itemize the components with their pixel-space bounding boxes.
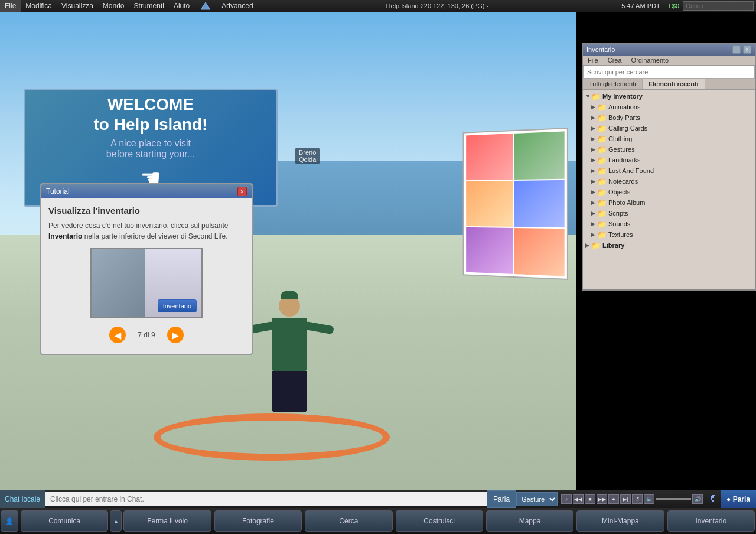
tree-arrow-icon: ▶ bbox=[591, 146, 597, 152]
menu-visualizza[interactable]: Visualizza bbox=[57, 0, 98, 12]
toolbar-costruisci-button[interactable]: Costruisci bbox=[396, 510, 483, 532]
media-record-button[interactable]: ● bbox=[608, 494, 619, 504]
inventory-close-button[interactable]: × bbox=[743, 45, 751, 54]
menu-aiuto[interactable]: Aiuto bbox=[169, 0, 194, 12]
tree-item-library[interactable]: ▶ 📁 Library bbox=[583, 240, 755, 250]
money-display: L$0 bbox=[665, 2, 683, 9]
inventory-menu-crea[interactable]: Crea bbox=[603, 56, 627, 65]
tree-item-sounds[interactable]: ▶ 📁 Sounds bbox=[583, 219, 755, 229]
folder-icon: 📁 bbox=[597, 103, 607, 111]
tutorial-heading: Visualizza l'inventario bbox=[48, 206, 245, 216]
tutorial-body: Visualizza l'inventario Per vedere cosa … bbox=[41, 198, 252, 354]
tree-arrow-icon: ▶ bbox=[591, 168, 597, 174]
media-vol-up[interactable]: 🔊 bbox=[692, 494, 703, 504]
media-loop-button[interactable]: ↺ bbox=[632, 494, 643, 504]
photo-cell bbox=[466, 181, 513, 227]
media-stop-button[interactable]: ■ bbox=[585, 494, 595, 504]
toolbar-ferma-volo-label: Ferma il volo bbox=[147, 517, 188, 525]
voice-icon[interactable]: 🎙 bbox=[706, 494, 721, 504]
nametag: BrenoQoida bbox=[295, 148, 320, 164]
tree-item-clothing[interactable]: ▶ 📁 Clothing bbox=[583, 134, 755, 144]
menu-advanced[interactable]: Advanced bbox=[217, 0, 258, 12]
tree-arrow-icon: ▶ bbox=[585, 242, 591, 248]
folder-icon: 📁 bbox=[597, 124, 607, 132]
inventory-menubar: File Crea Ordinamento bbox=[583, 56, 755, 66]
tree-item-notecards[interactable]: ▶ 📁 Notecards bbox=[583, 176, 755, 187]
inventory-tabs: Tutti gli elementi Elementi recenti bbox=[583, 79, 755, 90]
media-vol-down[interactable]: 🔈 bbox=[644, 494, 654, 504]
parla-main-button[interactable]: ● Parla bbox=[721, 490, 756, 508]
toolbar-avatar-icon[interactable]: 👤 bbox=[1, 510, 18, 532]
tree-expand-icon: ▼ bbox=[585, 93, 591, 99]
toolbar-inventario-button[interactable]: Inventario bbox=[667, 510, 755, 532]
toolbar-comunica-label: Comunica bbox=[48, 517, 80, 525]
tree-item-photo-album[interactable]: ▶ 📁 Photo Album bbox=[583, 197, 755, 208]
parla-dropdown-button[interactable]: Parla bbox=[487, 490, 516, 508]
gesture-select[interactable]: Gesture bbox=[516, 492, 558, 506]
photo-cell bbox=[514, 180, 565, 227]
menu-modifica[interactable]: Modifica bbox=[21, 0, 57, 12]
tree-item-animations[interactable]: ▶ 📁 Animations bbox=[583, 102, 755, 112]
tutorial-prev-button[interactable]: ◀ bbox=[109, 327, 126, 343]
tree-label: Photo Album bbox=[608, 199, 752, 206]
menu-file[interactable]: File bbox=[0, 0, 21, 12]
tutorial-next-button[interactable]: ▶ bbox=[167, 327, 184, 343]
toolbar-comunica-button[interactable]: Comunica bbox=[21, 510, 108, 532]
folder-icon: 📁 bbox=[597, 145, 607, 154]
folder-icon: 📁 bbox=[597, 167, 607, 175]
tutorial-titlebar: Tutorial × bbox=[41, 184, 252, 198]
toolbar-cerca-button[interactable]: Cerca bbox=[305, 510, 392, 532]
toolbar-mini-mappa-button[interactable]: Mini-Mappa bbox=[576, 510, 664, 532]
search-input[interactable] bbox=[683, 1, 754, 11]
inventory-panel: Inventario ─ × File Crea Ordinamento Tut… bbox=[582, 43, 756, 291]
tab-recent-items[interactable]: Elementi recenti bbox=[643, 79, 705, 89]
tree-label: My Inventory bbox=[602, 93, 752, 100]
menu-strumenti[interactable]: Strumenti bbox=[129, 0, 169, 12]
inventory-controls: ─ × bbox=[732, 45, 751, 54]
tree-arrow-icon: ▶ bbox=[591, 125, 597, 131]
volume-slider[interactable] bbox=[656, 498, 691, 500]
media-next-button[interactable]: ▶▶ bbox=[597, 494, 607, 504]
clock: 5:47 AM PDT bbox=[617, 2, 664, 9]
tree-item-textures[interactable]: ▶ 📁 Textures bbox=[583, 229, 755, 240]
preview-inventory-button: Inventario bbox=[158, 299, 197, 312]
tree-item-gestures[interactable]: ▶ 📁 Gestures bbox=[583, 144, 755, 155]
inventory-search-input[interactable] bbox=[583, 66, 755, 79]
tab-all-items[interactable]: Tutti gli elementi bbox=[583, 79, 643, 89]
folder-icon: 📁 bbox=[597, 220, 607, 228]
location-bar: Help Island 220 122, 130, 26 (PG) - bbox=[258, 2, 617, 9]
inventory-titlebar: Inventario ─ × bbox=[583, 44, 755, 56]
tree-label: Objects bbox=[608, 188, 752, 196]
toolbar-comunica-arrow[interactable]: ▲ bbox=[110, 510, 122, 532]
menu-mondo[interactable]: Mondo bbox=[98, 0, 129, 12]
media-prev-button[interactable]: ◀◀ bbox=[573, 494, 584, 504]
inventory-minimize-button[interactable]: ─ bbox=[732, 45, 741, 54]
tree-item-body-parts[interactable]: ▶ 📁 Body Parts bbox=[583, 112, 755, 123]
chat-input[interactable] bbox=[45, 492, 487, 506]
toolbar-fotografie-button[interactable]: Fotografie bbox=[214, 510, 302, 532]
tree-item-calling-cards[interactable]: ▶ 📁 Calling Cards bbox=[583, 123, 755, 134]
toolbar-mappa-button[interactable]: Mappa bbox=[486, 510, 573, 532]
tutorial-close-button[interactable]: × bbox=[237, 187, 247, 196]
tree-item-landmarks[interactable]: ▶ 📁 Landmarks bbox=[583, 155, 755, 165]
inventory-menu-file[interactable]: File bbox=[583, 56, 603, 65]
inventory-title: Inventario bbox=[586, 46, 615, 53]
tree-item-scripts[interactable]: ▶ 📁 Scripts bbox=[583, 208, 755, 219]
inventory-menu-ordinamento[interactable]: Ordinamento bbox=[627, 56, 674, 65]
media-end-button[interactable]: ▶| bbox=[620, 494, 631, 504]
tree-label: Gestures bbox=[608, 146, 752, 153]
tree-item-objects[interactable]: ▶ 📁 Objects bbox=[583, 187, 755, 197]
chat-locale-button[interactable]: Chat locale bbox=[0, 490, 45, 508]
tree-label: Landmarks bbox=[608, 157, 752, 164]
tutorial-preview-image: Inventario bbox=[90, 248, 203, 318]
avatar-hat bbox=[281, 291, 298, 299]
menubar: File Modifica Visualizza Mondo Strumenti… bbox=[0, 0, 756, 12]
photo-cell bbox=[514, 228, 565, 276]
tree-label: Textures bbox=[608, 231, 752, 238]
toolbar-ferma-volo-button[interactable]: Ferma il volo bbox=[123, 510, 211, 532]
chat-bar: Chat locale Parla Gesture ♪ ◀◀ ■ ▶▶ ● ▶|… bbox=[0, 490, 756, 508]
folder-icon: 📁 bbox=[591, 92, 601, 100]
media-play-button[interactable]: ♪ bbox=[561, 494, 572, 504]
tree-item-lost-found[interactable]: ▶ 📁 Lost And Found bbox=[583, 165, 755, 176]
tree-item-my-inventory[interactable]: ▼ 📁 My Inventory bbox=[583, 91, 755, 102]
